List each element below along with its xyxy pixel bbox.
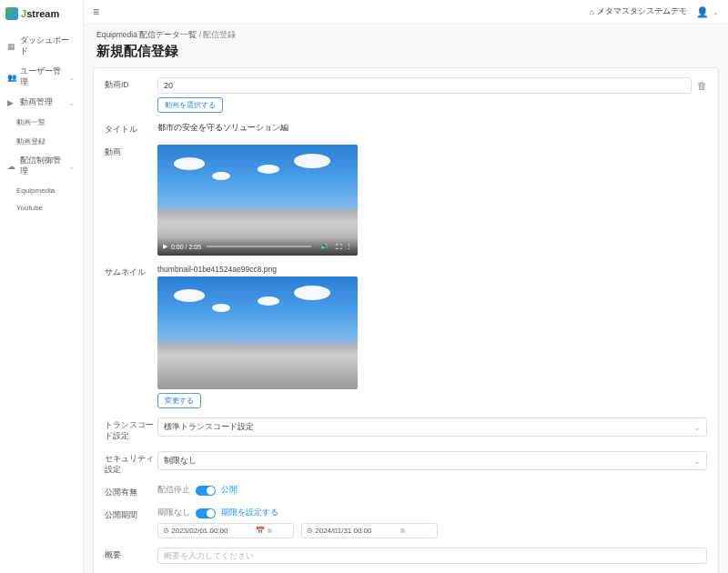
period-on-label: 期限を設定する bbox=[221, 508, 278, 518]
thumbnail-preview bbox=[157, 276, 358, 389]
nav-label: ユーザー管理 bbox=[20, 66, 68, 88]
volume-icon[interactable]: 🔊 bbox=[320, 243, 329, 250]
video-controls: ▶ 0:00 / 2:05 🔊 ⛶ ⋮ bbox=[157, 237, 358, 256]
nav-user-management[interactable]: 👥ユーザー管理⌄ bbox=[0, 62, 83, 93]
publish-off-label: 配信停止 bbox=[157, 485, 190, 496]
org-label: メタマスタシステムデモ bbox=[597, 6, 687, 17]
change-thumbnail-button[interactable]: 変更する bbox=[157, 393, 201, 408]
chevron-down-icon: ⌄ bbox=[68, 98, 76, 107]
nav-label: Youtube bbox=[16, 204, 43, 212]
logo-mark-icon bbox=[5, 7, 18, 20]
publish-on-label: 公開 bbox=[221, 485, 238, 496]
calendar-icon: 📅 ⊗ bbox=[256, 527, 273, 535]
thumbnail-filename: thumbnail-01be41524ae99cc8.png bbox=[157, 265, 707, 274]
video-icon: ▶ bbox=[7, 98, 16, 107]
label-period: 公開期間 bbox=[105, 508, 157, 521]
breadcrumb: Equipmedia 配信データ一覧 / 配信登録 bbox=[84, 25, 728, 41]
nav-video-management[interactable]: ▶動画管理⌄ bbox=[0, 93, 83, 113]
nav-label: 動画管理 bbox=[20, 97, 53, 108]
select-video-button[interactable]: 動画を選択する bbox=[157, 97, 223, 113]
label-video: 動画 bbox=[105, 145, 157, 158]
home-icon: ⌂ bbox=[590, 7, 594, 16]
nav-label: 動画一覧 bbox=[16, 117, 46, 127]
publish-toggle[interactable] bbox=[196, 486, 216, 496]
nav-dashboard[interactable]: ▦ダッシュボード bbox=[0, 31, 83, 62]
more-icon[interactable]: ⋮ bbox=[346, 243, 352, 250]
main: ≡ ⌂メタマスタシステムデモ 👤 ⌄ Equipmedia 配信データ一覧 / … bbox=[84, 0, 728, 573]
label-security: セキュリティ設定 bbox=[105, 451, 157, 476]
summary-input[interactable] bbox=[157, 548, 707, 564]
label-video-id: 動画ID bbox=[105, 77, 157, 91]
title-value: 都市の安全を守るソリューション編 bbox=[157, 123, 288, 132]
fullscreen-icon[interactable]: ⛶ bbox=[336, 244, 342, 250]
label-title: タイトル bbox=[105, 122, 157, 136]
chevron-down-icon[interactable]: ⌄ bbox=[713, 8, 719, 16]
transcode-select[interactable]: 標準トランスコード設定⌄ bbox=[157, 417, 707, 437]
nav-label: 配信制御管理 bbox=[20, 156, 68, 177]
video-time: 0:00 / 2:05 bbox=[171, 244, 201, 250]
form-card: 動画ID 🗑 動画を選択する タイトル 都市の安全を守るソリューション編 動画 bbox=[93, 67, 719, 573]
seek-bar[interactable] bbox=[207, 246, 311, 247]
cloud-icon: ☁ bbox=[7, 162, 16, 171]
nav-label: Equipmedia bbox=[16, 186, 55, 195]
chevron-down-icon: ⌄ bbox=[693, 457, 701, 466]
sidebar: Jstream ▦ダッシュボード 👥ユーザー管理⌄ ▶動画管理⌄ 動画一覧 動画… bbox=[0, 0, 84, 573]
nav-equipmedia[interactable]: Equipmedia bbox=[0, 182, 83, 199]
breadcrumb-parent[interactable]: Equipmedia 配信データ一覧 bbox=[96, 30, 197, 39]
play-icon[interactable]: ▶ bbox=[163, 243, 167, 250]
nav-youtube[interactable]: Youtube bbox=[0, 199, 83, 216]
logo-text: Jstream bbox=[21, 8, 59, 19]
nav-label: ダッシュボード bbox=[20, 35, 76, 57]
chevron-down-icon: ⌄ bbox=[68, 162, 76, 171]
dashboard-icon: ▦ bbox=[7, 42, 16, 51]
label-transcode: トランスコード設定 bbox=[105, 417, 157, 442]
hamburger-icon[interactable]: ≡ bbox=[93, 5, 99, 18]
org-selector[interactable]: ⌂メタマスタシステムデモ bbox=[590, 6, 687, 17]
chevron-down-icon: ⌄ bbox=[68, 73, 76, 82]
trash-icon[interactable]: 🗑 bbox=[697, 80, 707, 91]
logo: Jstream bbox=[0, 0, 83, 27]
user-icon[interactable]: 👤 bbox=[696, 6, 709, 18]
nav-video-register[interactable]: 動画登録 bbox=[0, 132, 83, 151]
label-publish: 公開有無 bbox=[105, 485, 157, 498]
clear-icon: ⊗ bbox=[399, 527, 406, 535]
security-select[interactable]: 制限なし⌄ bbox=[157, 451, 707, 470]
period-end-input[interactable]: ⊙ 2024/01/31 00:00⊗ bbox=[301, 523, 438, 538]
video-player[interactable]: ▶ 0:00 / 2:05 🔊 ⛶ ⋮ bbox=[157, 145, 358, 256]
nav-label: 動画登録 bbox=[16, 136, 46, 146]
period-toggle[interactable] bbox=[196, 508, 216, 518]
nav-delivery-control[interactable]: ☁配信制御管理⌄ bbox=[0, 151, 83, 182]
period-start-input[interactable]: ⊙ 2023/02/01 00:00📅 ⊗ bbox=[157, 523, 294, 538]
chevron-down-icon: ⌄ bbox=[693, 423, 701, 432]
page-title: 新規配信登録 bbox=[84, 41, 728, 67]
breadcrumb-current: 配信登録 bbox=[203, 30, 236, 39]
period-off-label: 期限なし bbox=[157, 508, 190, 518]
nav-video-list[interactable]: 動画一覧 bbox=[0, 113, 83, 132]
nav: ▦ダッシュボード 👥ユーザー管理⌄ ▶動画管理⌄ 動画一覧 動画登録 ☁配信制御… bbox=[0, 27, 83, 216]
label-summary: 概要 bbox=[105, 548, 157, 561]
topbar: ≡ ⌂メタマスタシステムデモ 👤 ⌄ bbox=[84, 0, 728, 25]
users-icon: 👥 bbox=[7, 73, 16, 82]
label-thumbnail: サムネイル bbox=[105, 265, 157, 278]
video-id-input[interactable] bbox=[157, 77, 692, 94]
